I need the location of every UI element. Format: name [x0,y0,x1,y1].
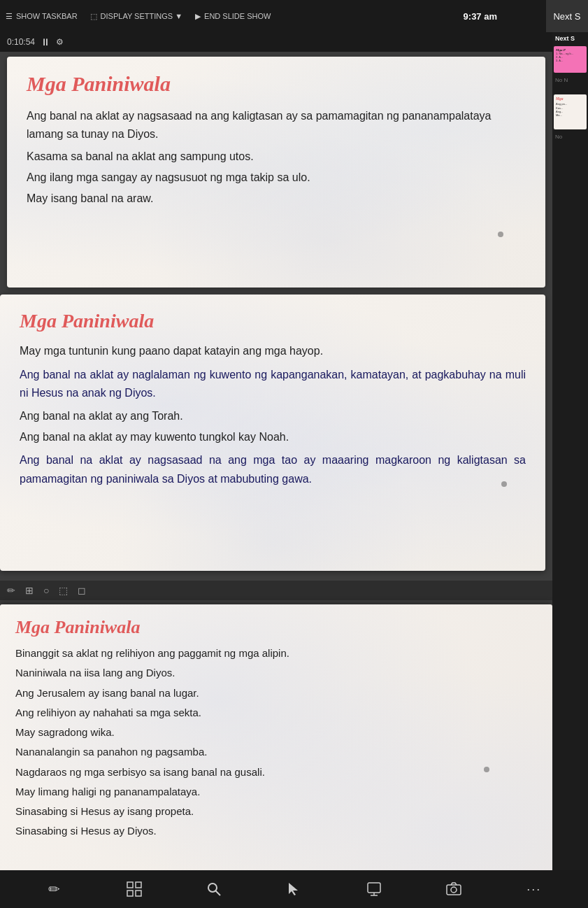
slide-2-item-5: Ang banal na aklat ay nagsasaad na ang m… [20,451,526,488]
current-time: 9:37 am [464,11,497,22]
end-icon: ▶ [195,12,201,21]
slide-2: Mga Paniniwala May mga tuntunin kung paa… [0,295,545,571]
taskbar-icon: ☰ [6,12,13,21]
slide-3-item-5: May sagradong wika. [15,724,537,740]
slide-3-item-4: Ang relihiyon ay nahahati sa mga sekta. [15,704,537,721]
bottom-more-icon[interactable]: ··· [520,875,548,903]
slide-1: Mga Paniniwala Ang banal na aklat ay nag… [7,57,545,288]
edit-tools-strip: ✏ ⊞ ○ ⬚ ◻ [0,581,552,600]
svg-point-11 [451,887,457,893]
slide-3-item-1: Binanggit sa aklat ng relihiyon ang pagg… [15,645,537,661]
svg-marker-6 [289,883,298,895]
display-icon: ⬚ [90,12,97,21]
edit-pointer-icon[interactable]: ⬚ [59,585,68,596]
bottom-annotation-icon[interactable] [360,875,388,903]
edit-grid-icon[interactable]: ⊞ [25,585,34,596]
slide-3-item-7: Nagdaraos ng mga serbisyo sa isang banal… [15,764,537,780]
next-button[interactable]: Next S [546,0,588,32]
svg-rect-0 [127,882,133,888]
slide-2-item-2: Ang banal na aklat ay naglalaman ng kuwe… [20,366,526,403]
progress-bar: 0:10:54 ⏸ ⚙ [0,32,552,52]
progress-time: 0:10:54 [7,37,35,47]
slide-3-item-3: Ang Jerusalem ay isang banal na lugar. [15,685,537,701]
preview-card-2[interactable]: Mga Ang pa... Kas... Ang... Ma... [554,94,587,129]
slide-2-content: Mga Paniniwala May mga tuntunin kung paa… [20,310,526,488]
preview-card-1[interactable]: Mga P 1. Na... ng b... 2. A... 3. A... [554,46,587,73]
bottom-toolbar: ✏ ··· [0,870,588,908]
slide-3: Mga Paniniwala Binanggit sa aklat ng rel… [0,604,552,870]
svg-rect-10 [447,885,461,895]
slide-2-item-4: Ang banal na aklat ay may kuwento tungko… [20,429,526,446]
svg-rect-7 [368,883,380,893]
show-taskbar-button[interactable]: ☰ SHOW TASKBAR [6,12,78,21]
slide-3-item-2: Naniniwala na iisa lang ang Diyos. [15,665,537,681]
slide-2-item-1: May mga tuntunin kung paano dapat katayi… [20,342,526,360]
svg-rect-3 [136,891,141,896]
cursor-1 [498,232,503,237]
slide-2-item-3: Ang banal na aklat ay ang Torah. [20,408,526,425]
show-taskbar-label: SHOW TASKBAR [16,12,78,20]
next-label: Next S [553,11,580,22]
end-slideshow-button[interactable]: ▶ END SLIDE SHOW [195,12,271,21]
slide-1-item-4: May isang banal na araw. [27,190,526,207]
bottom-search-icon[interactable] [200,875,228,903]
slide-1-title: Mga Paniniwala [27,72,526,96]
main-layout: 0:10:54 ⏸ ⚙ Mga Paniniwala Ang banal na … [0,32,588,870]
edit-pencil-icon[interactable]: ✏ [7,585,15,596]
slide-1-content: Mga Paniniwala Ang banal na aklat ay nag… [27,72,526,207]
slide-3-item-9: Sinasabing si Hesus ay isang propeta. [15,803,537,819]
top-toolbar: ☰ SHOW TASKBAR ⬚ DISPLAY SETTINGS ▼ ▶ EN… [0,0,588,32]
progress-settings-icon: ⚙ [56,37,64,47]
edit-shapes-icon[interactable]: ◻ [78,585,86,596]
bottom-grid-icon[interactable] [120,875,148,903]
svg-line-5 [216,891,221,896]
slide-1-item-3: Ang ilang mga sangay ay nagsusuot ng mga… [27,169,526,186]
slide-1-item-2: Kasama sa banal na aklat ang sampung uto… [27,148,526,165]
slide-3-item-10: Sinasabing si Hesus ay Diyos. [15,823,537,839]
sidebar-right: Next S Mga P 1. Na... ng b... 2. A... 3.… [552,32,588,870]
bottom-pencil-icon[interactable]: ✏ [40,875,68,903]
end-slideshow-label: END SLIDE SHOW [204,12,271,20]
slide-3-title: Mga Paniniwala [15,617,537,638]
slide-2-title: Mga Paniniwala [20,310,526,332]
svg-rect-1 [136,882,141,888]
display-settings-label: DISPLAY SETTINGS ▼ [101,12,182,20]
pause-icon[interactable]: ⏸ [41,36,50,48]
slide-3-item-6: Nananalangin sa panahon ng pagsamba. [15,744,537,760]
svg-rect-2 [127,891,133,896]
slide-3-content: Mga Paniniwala Binanggit sa aklat ng rel… [15,617,537,839]
slide-1-item-1: Ang banal na aklat ay nagsasaad na ang k… [27,107,526,143]
bottom-camera-icon[interactable] [440,875,468,903]
no-notes-1: No N [554,77,587,83]
slide-3-item-8: May limang haligi ng pananampalataya. [15,783,537,800]
edit-search-icon[interactable]: ○ [43,585,49,596]
display-settings-button[interactable]: ⬚ DISPLAY SETTINGS ▼ [90,12,182,21]
svg-point-4 [208,884,217,892]
right-panel-next-label: Next S [554,35,587,42]
slides-area: 0:10:54 ⏸ ⚙ Mga Paniniwala Ang banal na … [0,32,552,870]
bottom-pointer-icon[interactable] [280,875,308,903]
no-notes-2: No [554,134,587,140]
